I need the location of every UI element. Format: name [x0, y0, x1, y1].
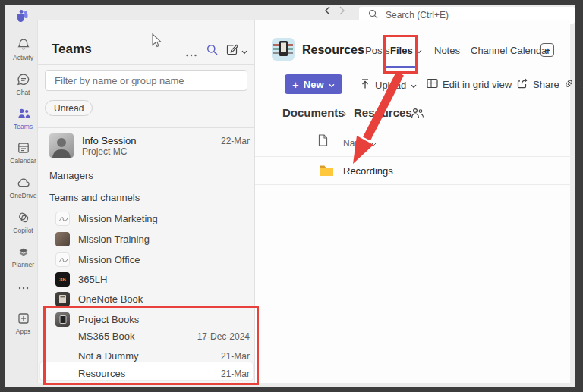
new-button[interactable]: + New [285, 74, 342, 94]
plus-icon: + [292, 79, 299, 90]
name-column-label: Name [343, 138, 367, 149]
breadcrumb-separator: › [343, 108, 346, 119]
search-input[interactable] [386, 10, 553, 20]
table-divider [255, 184, 575, 185]
bell-icon [16, 37, 31, 52]
team-name: Project Books [78, 314, 139, 325]
channel-date: 21-Mar [185, 368, 250, 379]
channel-avatar [272, 38, 295, 61]
file-type-column-icon[interactable] [318, 134, 328, 149]
planner-icon [16, 244, 31, 259]
team-name: Mission Marketing [78, 213, 158, 224]
sidebar-item-label: Planner [12, 261, 34, 268]
chevron-down-icon [241, 44, 247, 58]
section-managers[interactable]: Managers [49, 170, 93, 181]
calendar-icon [16, 140, 31, 155]
channel-name: Resources [78, 368, 125, 379]
active-tab-underline [386, 66, 416, 68]
tab-label: Channel Calendar [471, 45, 550, 56]
channel-title: Resources [302, 43, 364, 57]
section-teams-and-channels[interactable]: Teams and channels [49, 192, 140, 203]
channel-name: MS365 Book [78, 331, 134, 342]
unread-filter-pill[interactable]: Unread [45, 100, 93, 116]
teams-logo-icon [15, 8, 29, 22]
people-icon[interactable] [411, 108, 424, 121]
nav-forward-icon[interactable] [336, 5, 347, 17]
team-item-mission-office[interactable]: Mission Office [45, 251, 254, 269]
upload-label: Upload [375, 80, 406, 91]
sidebar-item-calendar[interactable]: Calendar [5, 140, 42, 165]
team-avatar: 36 [55, 272, 70, 287]
teams-people-icon [16, 106, 31, 121]
team-item-onenote-book[interactable]: OneNote Book [45, 290, 254, 309]
sidebar-item-more[interactable] [5, 281, 42, 297]
new-button-label: New [304, 79, 324, 90]
sidebar-item-label: Copilot [13, 227, 33, 234]
tab-files[interactable]: Files [390, 45, 422, 56]
nav-back-icon[interactable] [322, 5, 332, 17]
team-avatar [55, 252, 70, 267]
ellipsis-icon [16, 281, 31, 296]
edit-in-grid-view-button[interactable]: Edit in grid view [427, 78, 512, 91]
chat-icon [16, 72, 31, 87]
channel-item-ms365-book[interactable]: MS365 Book 17-Dec-2024 [45, 328, 254, 345]
team-avatar [55, 232, 70, 246]
sidebar-item-activity[interactable]: Activity [5, 37, 42, 61]
panel-divider [38, 127, 256, 128]
sidebar-item-label: Activity [13, 54, 33, 61]
add-tab-button[interactable]: + [540, 43, 554, 57]
teams-more-options-icon[interactable] [185, 47, 197, 61]
apps-icon [16, 311, 31, 326]
sidebar-item-teams[interactable]: Teams [5, 106, 42, 130]
team-item-mission-training[interactable]: Mission Training [45, 230, 254, 249]
sidebar-item-label: Apps [16, 328, 30, 335]
sidebar-item-label: Teams [14, 123, 33, 130]
tab-notes[interactable]: Notes [434, 45, 460, 56]
edit-in-grid-view-label: Edit in grid view [443, 79, 512, 90]
tab-label: Notes [434, 45, 460, 56]
team-item-project-books[interactable]: Project Books [45, 311, 254, 329]
team-filter-input[interactable] [55, 75, 238, 86]
sidebar-item-chat[interactable]: Chat [5, 72, 42, 96]
channel-item-resources[interactable]: Resources 21-Mar [45, 365, 254, 381]
team-avatar [55, 212, 70, 226]
new-chat-button[interactable] [226, 43, 247, 58]
share-button[interactable]: Share [517, 78, 559, 91]
team-avatar [55, 312, 70, 327]
channel-date: 21-Mar [185, 351, 250, 362]
tab-label: Posts [365, 45, 390, 56]
share-icon [517, 78, 528, 91]
team-name: 365LH [78, 274, 107, 285]
sidebar-item-onedrive[interactable]: OneDrive [5, 175, 42, 199]
name-column-header[interactable]: Name [343, 138, 377, 149]
file-row-recordings[interactable]: Recordings [260, 157, 575, 184]
team-item-mission-marketing[interactable]: Mission Marketing [45, 210, 254, 228]
upload-button[interactable]: Upload [360, 78, 417, 92]
teams-app-window: Activity Chat Teams Calendar OneDrive Co… [0, 0, 583, 392]
file-name: Recordings [343, 165, 393, 177]
sidebar-item-label: OneDrive [10, 192, 37, 199]
teams-search-icon[interactable] [206, 44, 218, 58]
copilot-icon [16, 210, 31, 225]
grid-icon [427, 78, 438, 91]
sidebar-item-apps[interactable]: Apps [5, 311, 42, 335]
chevron-down-icon [416, 45, 422, 56]
sidebar-item-copilot[interactable]: Copilot [5, 210, 42, 234]
avatar [49, 133, 74, 158]
cloud-icon [16, 175, 31, 190]
team-name: Mission Office [78, 254, 140, 265]
breadcrumb-resources[interactable]: Resources [354, 106, 412, 119]
channel-item-not-a-dummy[interactable]: Not a Dummy 21-Mar [45, 348, 254, 365]
sidebar-item-label: Calendar [10, 157, 36, 165]
panel-divider [38, 64, 256, 65]
team-item-365lh[interactable]: 36 365LH [45, 271, 254, 289]
copy-link-button[interactable]: C [563, 78, 583, 91]
sidebar-item-planner[interactable]: Planner [5, 244, 42, 268]
compose-icon [226, 43, 238, 58]
tab-channel-calendar[interactable]: Channel Calendar [471, 45, 550, 56]
chat-list-item[interactable]: Info Session Project MC 22-Mar [45, 132, 254, 161]
breadcrumb-documents[interactable]: Documents [282, 106, 345, 119]
chevron-down-icon [411, 80, 417, 91]
tab-posts[interactable]: Posts [365, 45, 390, 56]
team-filter[interactable] [45, 70, 247, 91]
